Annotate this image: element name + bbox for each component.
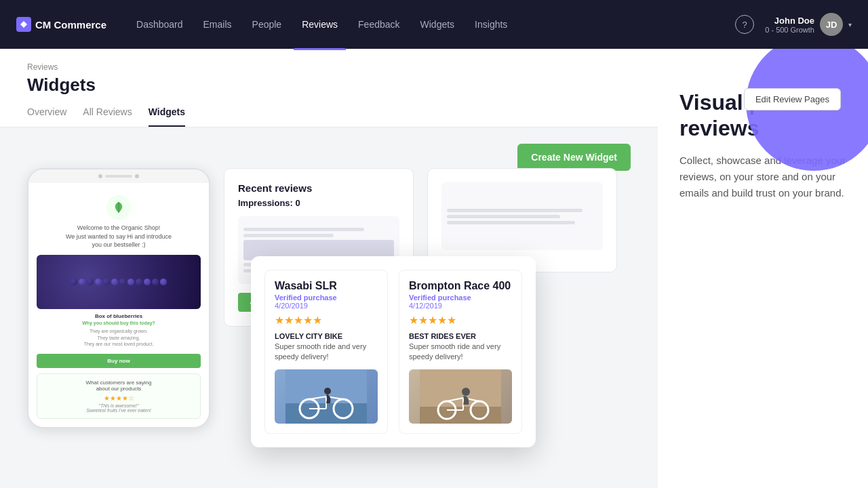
popup-review-title-2: BEST RIDES EVER <box>409 332 512 340</box>
phone-welcome: Welcome to the Organic Shop! We just wan… <box>37 224 201 249</box>
phone-notch-dot-2 <box>135 174 139 178</box>
berry <box>87 279 94 285</box>
phone-review-text: "This is awesome!" Sweetest fruits I've … <box>43 403 195 413</box>
phone-reviews-title: What customers are saying about our prod… <box>43 380 195 392</box>
nav-right: ? John Doe 0 - 500 Growth JD ▾ <box>735 13 852 36</box>
user-name: John Doe <box>765 16 814 26</box>
left-content: Reviews Widgets Overview All Reviews Wid… <box>0 49 658 488</box>
tab-overview[interactable]: Overview <box>27 106 66 127</box>
tab-all-reviews[interactable]: All Reviews <box>83 106 132 127</box>
phone-mockup: Welcome to the Organic Shop! We just wan… <box>27 168 210 428</box>
breadcrumb: Reviews <box>27 62 631 72</box>
phone-notch-bar <box>28 169 209 183</box>
nav-logo[interactable]: CM Commerce <box>16 17 106 32</box>
content-body: Create New Widget <box>0 127 658 488</box>
tab-widgets[interactable]: Widgets <box>149 106 185 127</box>
avatar: JD <box>820 13 843 36</box>
phone-product-image <box>37 255 201 309</box>
popup-verified-1: Verified purchase <box>275 293 378 302</box>
berry <box>144 279 151 285</box>
nav-widgets[interactable]: Widgets <box>412 14 463 35</box>
right-panel-wrapper: Visual product reviews Collect, showcase… <box>658 49 868 488</box>
popup-stars-1: ★★★★★ <box>275 314 378 327</box>
preview-line <box>243 228 364 231</box>
popup-product-name-2: Brompton Race 400 <box>409 280 512 292</box>
navbar: CM Commerce Dashboard Emails People Revi… <box>0 0 868 49</box>
widget-card-title: Recent reviews <box>238 182 399 194</box>
berry <box>152 279 159 285</box>
popup-image-1 <box>275 369 378 424</box>
chevron-down-icon: ▾ <box>848 21 852 28</box>
popup-review-text-1: Super smooth ride and very speedy delive… <box>275 342 378 363</box>
user-plan: 0 - 500 Growth <box>765 26 814 34</box>
leaf-icon <box>106 195 131 220</box>
nav-people[interactable]: People <box>244 14 290 35</box>
preview-line <box>447 209 583 212</box>
popup-date-2: 4/12/2019 <box>409 302 512 310</box>
popup-stars-2: ★★★★★ <box>409 314 512 327</box>
nav-feedback[interactable]: Feedback <box>350 14 408 35</box>
widget-preview-2 <box>441 182 603 250</box>
widget-preview-lines-2 <box>441 203 603 230</box>
berry <box>111 279 118 285</box>
popup-verified-2: Verified purchase <box>409 293 512 302</box>
phone-product-name: Box of blueberries <box>37 313 201 319</box>
nav-emails[interactable]: Emails <box>195 14 240 35</box>
create-widget-button[interactable]: Create New Widget <box>517 144 631 171</box>
phone-desc: They are organically grown. They taste a… <box>37 328 201 348</box>
phone-notch-dot <box>98 174 102 178</box>
phone-why-label: Why you should buy this today? <box>37 321 201 325</box>
popup-race-bike-image <box>409 369 512 424</box>
preview-line <box>447 215 560 218</box>
preview-line <box>447 221 575 224</box>
main-area: Reviews Widgets Overview All Reviews Wid… <box>0 49 868 488</box>
phone-logo <box>106 195 131 220</box>
phone-buy-button[interactable]: Buy now <box>37 354 201 368</box>
berry <box>127 279 134 285</box>
svg-point-10 <box>324 388 331 394</box>
nav-insights[interactable]: Insights <box>467 14 515 35</box>
race-bike-icon <box>420 369 501 424</box>
page-tabs: Overview All Reviews Widgets <box>27 106 631 127</box>
phone-reviews-section: What customers are saying about our prod… <box>37 373 201 419</box>
popup-card-wasabi: Wasabi SLR Verified purchase 4/20/2019 ★… <box>264 270 388 434</box>
nav-dashboard[interactable]: Dashboard <box>128 14 191 35</box>
help-button[interactable]: ? <box>735 15 754 34</box>
berry <box>71 279 77 285</box>
popup-card-brompton: Brompton Race 400 Verified purchase 4/12… <box>399 270 522 434</box>
phone-stars: ★★★★☆ <box>43 394 195 402</box>
nav-reviews[interactable]: Reviews <box>294 14 346 35</box>
city-bike-icon <box>285 369 367 424</box>
user-info: John Doe 0 - 500 Growth <box>765 16 814 34</box>
popup-city-image <box>275 369 378 424</box>
page-header: Reviews Widgets Overview All Reviews Wid… <box>0 49 658 127</box>
popup-image-2 <box>409 369 512 424</box>
popup-review-text-2: Super smooth ride and very speedy delive… <box>409 342 512 363</box>
phone-notch-line <box>105 175 132 178</box>
page-title: Widgets <box>27 75 631 96</box>
user-menu[interactable]: John Doe 0 - 500 Growth JD ▾ <box>765 13 852 36</box>
berry <box>160 279 167 285</box>
review-popup: Wasabi SLR Verified purchase 4/20/2019 ★… <box>251 256 536 447</box>
popup-product-name-1: Wasabi SLR <box>275 280 378 292</box>
svg-point-19 <box>462 388 470 396</box>
blueberry-visual <box>37 255 201 309</box>
logo-icon <box>16 17 31 32</box>
widget-impressions: Impressions: 0 <box>238 198 399 208</box>
popup-date-1: 4/20/2019 <box>275 302 378 310</box>
phone-content: Welcome to the Organic Shop! We just wan… <box>28 183 209 427</box>
berry <box>95 279 102 285</box>
popup-review-title-1: LOVELY CITY BIKE <box>275 332 378 340</box>
preview-line <box>243 234 334 237</box>
berry <box>103 279 110 285</box>
berry <box>119 279 126 285</box>
berry <box>136 279 142 285</box>
nav-links: Dashboard Emails People Reviews Feedback… <box>128 14 735 35</box>
berry <box>79 279 85 285</box>
